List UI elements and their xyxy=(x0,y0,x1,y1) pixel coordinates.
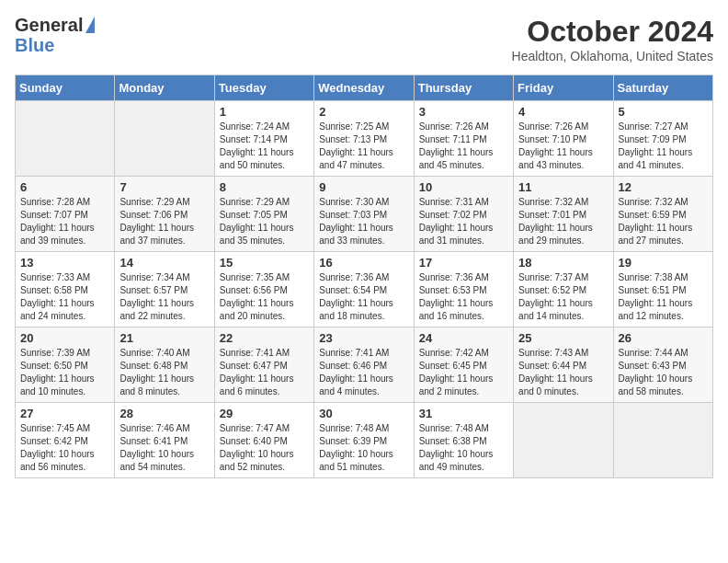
day-number: 21 xyxy=(119,331,209,345)
day-info: Sunrise: 7:45 AM Sunset: 6:42 PM Dayligh… xyxy=(20,422,109,474)
calendar-week-row: 13Sunrise: 7:33 AM Sunset: 6:58 PM Dayli… xyxy=(16,252,713,327)
calendar-cell: 21Sunrise: 7:40 AM Sunset: 6:48 PM Dayli… xyxy=(115,327,214,403)
day-info: Sunrise: 7:42 AM Sunset: 6:45 PM Dayligh… xyxy=(419,347,508,398)
day-number: 7 xyxy=(119,180,209,194)
day-number: 19 xyxy=(619,256,708,270)
calendar-cell: 17Sunrise: 7:36 AM Sunset: 6:53 PM Dayli… xyxy=(414,252,513,327)
calendar-cell: 5Sunrise: 7:27 AM Sunset: 7:09 PM Daylig… xyxy=(613,101,712,177)
day-info: Sunrise: 7:25 AM Sunset: 7:13 PM Dayligh… xyxy=(319,121,408,172)
calendar-cell: 27Sunrise: 7:45 AM Sunset: 6:42 PM Dayli… xyxy=(16,403,115,478)
day-info: Sunrise: 7:44 AM Sunset: 6:43 PM Dayligh… xyxy=(619,347,708,398)
day-info: Sunrise: 7:26 AM Sunset: 7:10 PM Dayligh… xyxy=(518,121,608,172)
day-info: Sunrise: 7:33 AM Sunset: 6:58 PM Dayligh… xyxy=(20,271,109,323)
calendar-cell xyxy=(514,403,613,478)
calendar-cell: 7Sunrise: 7:29 AM Sunset: 7:06 PM Daylig… xyxy=(115,177,214,252)
day-info: Sunrise: 7:30 AM Sunset: 7:03 PM Dayligh… xyxy=(319,196,408,247)
day-number: 9 xyxy=(319,180,408,194)
calendar-cell: 16Sunrise: 7:36 AM Sunset: 6:54 PM Dayli… xyxy=(314,252,414,327)
day-number: 18 xyxy=(518,256,608,270)
weekday-header: Tuesday xyxy=(214,75,313,101)
logo-triangle-icon xyxy=(85,17,95,33)
day-number: 25 xyxy=(518,331,608,345)
day-number: 24 xyxy=(419,331,508,345)
calendar-cell: 26Sunrise: 7:44 AM Sunset: 6:43 PM Dayli… xyxy=(613,327,712,403)
day-info: Sunrise: 7:40 AM Sunset: 6:48 PM Dayligh… xyxy=(119,347,209,398)
calendar-cell: 29Sunrise: 7:47 AM Sunset: 6:40 PM Dayli… xyxy=(214,403,313,478)
day-number: 26 xyxy=(619,331,708,345)
calendar-week-row: 6Sunrise: 7:28 AM Sunset: 7:07 PM Daylig… xyxy=(16,177,713,252)
day-info: Sunrise: 7:27 AM Sunset: 7:09 PM Dayligh… xyxy=(619,121,708,172)
logo: General Blue xyxy=(15,15,95,55)
day-info: Sunrise: 7:47 AM Sunset: 6:40 PM Dayligh… xyxy=(220,422,309,474)
day-number: 1 xyxy=(220,105,309,119)
calendar-cell xyxy=(613,403,712,478)
day-info: Sunrise: 7:48 AM Sunset: 6:38 PM Dayligh… xyxy=(419,422,508,474)
calendar-cell: 19Sunrise: 7:38 AM Sunset: 6:51 PM Dayli… xyxy=(613,252,712,327)
day-info: Sunrise: 7:28 AM Sunset: 7:07 PM Dayligh… xyxy=(20,196,109,247)
calendar-cell: 9Sunrise: 7:30 AM Sunset: 7:03 PM Daylig… xyxy=(314,177,414,252)
day-info: Sunrise: 7:35 AM Sunset: 6:56 PM Dayligh… xyxy=(220,271,309,323)
weekday-header: Monday xyxy=(115,75,214,101)
day-number: 13 xyxy=(20,256,109,270)
day-number: 16 xyxy=(319,256,408,270)
day-number: 4 xyxy=(518,105,608,119)
weekday-header: Thursday xyxy=(414,75,513,101)
day-number: 28 xyxy=(119,407,209,420)
day-info: Sunrise: 7:24 AM Sunset: 7:14 PM Dayligh… xyxy=(220,121,309,172)
day-info: Sunrise: 7:46 AM Sunset: 6:41 PM Dayligh… xyxy=(119,422,209,474)
calendar-cell: 18Sunrise: 7:37 AM Sunset: 6:52 PM Dayli… xyxy=(514,252,613,327)
day-info: Sunrise: 7:39 AM Sunset: 6:50 PM Dayligh… xyxy=(20,347,109,398)
calendar-week-row: 1Sunrise: 7:24 AM Sunset: 7:14 PM Daylig… xyxy=(16,101,713,177)
day-number: 17 xyxy=(419,256,508,270)
day-number: 3 xyxy=(419,105,508,119)
weekday-header: Wednesday xyxy=(314,75,414,101)
day-info: Sunrise: 7:36 AM Sunset: 6:53 PM Dayligh… xyxy=(419,271,508,323)
calendar-table: SundayMondayTuesdayWednesdayThursdayFrid… xyxy=(15,75,713,478)
calendar-cell: 3Sunrise: 7:26 AM Sunset: 7:11 PM Daylig… xyxy=(414,101,513,177)
calendar-cell: 20Sunrise: 7:39 AM Sunset: 6:50 PM Dayli… xyxy=(16,327,115,403)
calendar-cell: 14Sunrise: 7:34 AM Sunset: 6:57 PM Dayli… xyxy=(115,252,214,327)
day-number: 15 xyxy=(220,256,309,270)
calendar-cell: 10Sunrise: 7:31 AM Sunset: 7:02 PM Dayli… xyxy=(414,177,513,252)
weekday-header: Saturday xyxy=(613,75,712,101)
day-number: 11 xyxy=(518,180,608,194)
calendar-cell: 1Sunrise: 7:24 AM Sunset: 7:14 PM Daylig… xyxy=(214,101,313,177)
calendar-cell: 8Sunrise: 7:29 AM Sunset: 7:05 PM Daylig… xyxy=(214,177,313,252)
day-number: 12 xyxy=(619,180,708,194)
day-number: 2 xyxy=(319,105,408,119)
weekday-header: Friday xyxy=(514,75,613,101)
calendar-cell: 2Sunrise: 7:25 AM Sunset: 7:13 PM Daylig… xyxy=(314,101,414,177)
logo-blue-text: Blue xyxy=(15,35,54,55)
page-header: General Blue October 2024 Healdton, Okla… xyxy=(15,15,713,63)
calendar-week-row: 20Sunrise: 7:39 AM Sunset: 6:50 PM Dayli… xyxy=(16,327,713,403)
calendar-cell: 11Sunrise: 7:32 AM Sunset: 7:01 PM Dayli… xyxy=(514,177,613,252)
day-number: 5 xyxy=(619,105,708,119)
day-info: Sunrise: 7:41 AM Sunset: 6:47 PM Dayligh… xyxy=(220,347,309,398)
weekday-header: Sunday xyxy=(16,75,115,101)
logo-general-text: General xyxy=(15,15,83,35)
calendar-header-row: SundayMondayTuesdayWednesdayThursdayFrid… xyxy=(16,75,713,101)
day-info: Sunrise: 7:48 AM Sunset: 6:39 PM Dayligh… xyxy=(319,422,408,474)
calendar-cell: 22Sunrise: 7:41 AM Sunset: 6:47 PM Dayli… xyxy=(214,327,313,403)
day-number: 27 xyxy=(20,407,109,420)
day-info: Sunrise: 7:38 AM Sunset: 6:51 PM Dayligh… xyxy=(619,271,708,323)
calendar-cell: 6Sunrise: 7:28 AM Sunset: 7:07 PM Daylig… xyxy=(16,177,115,252)
day-number: 20 xyxy=(20,331,109,345)
calendar-cell: 31Sunrise: 7:48 AM Sunset: 6:38 PM Dayli… xyxy=(414,403,513,478)
day-number: 22 xyxy=(220,331,309,345)
day-info: Sunrise: 7:37 AM Sunset: 6:52 PM Dayligh… xyxy=(518,271,608,323)
day-info: Sunrise: 7:29 AM Sunset: 7:06 PM Dayligh… xyxy=(119,196,209,247)
calendar-cell: 12Sunrise: 7:32 AM Sunset: 6:59 PM Dayli… xyxy=(613,177,712,252)
day-info: Sunrise: 7:43 AM Sunset: 6:44 PM Dayligh… xyxy=(518,347,608,398)
day-info: Sunrise: 7:41 AM Sunset: 6:46 PM Dayligh… xyxy=(319,347,408,398)
calendar-cell: 15Sunrise: 7:35 AM Sunset: 6:56 PM Dayli… xyxy=(214,252,313,327)
calendar-cell: 25Sunrise: 7:43 AM Sunset: 6:44 PM Dayli… xyxy=(514,327,613,403)
calendar-cell: 30Sunrise: 7:48 AM Sunset: 6:39 PM Dayli… xyxy=(314,403,414,478)
calendar-cell: 24Sunrise: 7:42 AM Sunset: 6:45 PM Dayli… xyxy=(414,327,513,403)
day-info: Sunrise: 7:32 AM Sunset: 6:59 PM Dayligh… xyxy=(619,196,708,247)
day-number: 14 xyxy=(119,256,209,270)
calendar-cell: 4Sunrise: 7:26 AM Sunset: 7:10 PM Daylig… xyxy=(514,101,613,177)
day-info: Sunrise: 7:26 AM Sunset: 7:11 PM Dayligh… xyxy=(419,121,508,172)
day-info: Sunrise: 7:36 AM Sunset: 6:54 PM Dayligh… xyxy=(319,271,408,323)
day-number: 30 xyxy=(319,407,408,420)
